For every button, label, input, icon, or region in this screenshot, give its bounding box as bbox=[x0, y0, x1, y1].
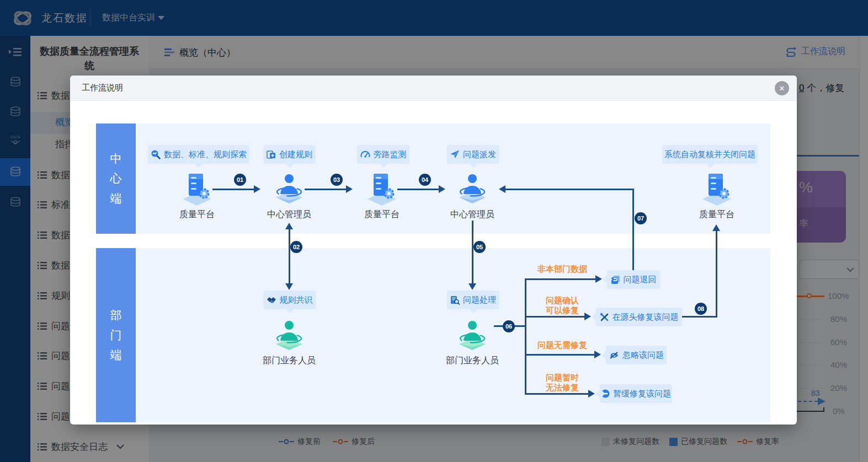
branch-condition: 问题暂时 无法修复 bbox=[529, 373, 595, 393]
handshake-icon bbox=[267, 296, 276, 304]
action-fix-at-source: 在源头修复该问题 bbox=[596, 308, 682, 326]
branch-condition: 非本部门数据 bbox=[529, 264, 595, 274]
close-icon[interactable]: ✕ bbox=[775, 81, 789, 95]
node-label: 质量平台 bbox=[169, 209, 225, 221]
callout-label: 问题处理 bbox=[463, 295, 496, 305]
callout-label: 问题派发 bbox=[463, 149, 496, 160]
callout-rule-consensus: 规则共识 bbox=[263, 291, 316, 309]
step-badge-04: 04 bbox=[419, 174, 431, 186]
action-label: 忽略该问题 bbox=[622, 350, 664, 361]
workflow-modal: 工作流说明 ✕ 中心端 部门端 数据、标准、规则探索 创建规则 旁路监测 问题派… bbox=[70, 76, 797, 425]
callout-label: 创建规则 bbox=[279, 149, 312, 160]
callout-bypass-monitor: 旁路监测 bbox=[357, 145, 409, 164]
branch-trunk bbox=[525, 278, 526, 395]
flow-line-08-vertical bbox=[716, 231, 717, 317]
server-icon bbox=[179, 171, 215, 206]
arrowhead bbox=[346, 185, 353, 193]
branch-condition: 问题无需修复 bbox=[529, 340, 595, 350]
branch-condition: 问题确认 可以修复 bbox=[529, 296, 595, 315]
arrowhead bbox=[594, 351, 601, 358]
person-icon-teal bbox=[271, 318, 307, 352]
flow-line-02 bbox=[289, 229, 290, 283]
arrowhead bbox=[468, 283, 476, 290]
flow-line-07-vertical bbox=[632, 189, 634, 270]
step-badge-03: 03 bbox=[331, 174, 343, 186]
doc-search-icon bbox=[450, 296, 460, 305]
node-label: 部门业务人员 bbox=[439, 355, 505, 367]
arrowhead bbox=[499, 185, 505, 193]
step-badge-05: 05 bbox=[473, 241, 486, 253]
modal-header: 工作流说明 ✕ bbox=[70, 76, 797, 101]
create-rule-icon bbox=[267, 150, 276, 159]
flow-line-07 bbox=[505, 189, 634, 190]
callout-issue-handling: 问题处理 bbox=[447, 291, 499, 309]
branch-line-fix bbox=[526, 316, 587, 318]
arrowhead bbox=[712, 224, 720, 231]
paper-plane-icon bbox=[450, 150, 460, 159]
flow-line-05 bbox=[472, 221, 473, 283]
step-badge-02: 02 bbox=[290, 241, 302, 253]
callout-label: 数据、标准、规则探索 bbox=[164, 149, 247, 160]
step-badge-07: 07 bbox=[635, 212, 647, 224]
arrowhead bbox=[285, 283, 293, 290]
arrowhead bbox=[254, 185, 260, 193]
gauge-icon bbox=[360, 150, 370, 159]
node-label: 中心管理员 bbox=[262, 209, 317, 221]
callout-issue-dispatch: 问题派发 bbox=[447, 145, 499, 164]
search-data-icon bbox=[151, 149, 161, 159]
person-icon-blue bbox=[271, 171, 307, 206]
action-label: 在源头修复该问题 bbox=[613, 312, 679, 323]
person-icon-blue bbox=[455, 171, 490, 206]
node-label: 质量平台 bbox=[354, 209, 409, 221]
flow-arrow-01 bbox=[212, 189, 254, 190]
server-icon bbox=[699, 171, 734, 206]
branch-line-ignore bbox=[526, 354, 597, 356]
screen: 龙石数据 数据中台实训 DATA 数据质量全流程管理系统 数据 概览 指 bbox=[0, 0, 868, 462]
action-label: 问题退回 bbox=[624, 275, 657, 285]
action-postpone-fix: 暂缓修复该问题 bbox=[600, 384, 672, 403]
callout-label: 规则共识 bbox=[280, 295, 313, 305]
callout-auto-review: 系统自动复核并关闭问题 bbox=[662, 145, 758, 164]
callout-explore: 数据、标准、规则探索 bbox=[148, 145, 249, 164]
node-label: 部门业务人员 bbox=[256, 355, 322, 367]
arrowhead bbox=[595, 275, 602, 283]
step-badge-08: 08 bbox=[695, 303, 707, 315]
branch-line-postpone bbox=[526, 393, 590, 395]
branch-line-return bbox=[526, 278, 598, 280]
server-icon bbox=[364, 171, 400, 206]
callout-label: 旁路监测 bbox=[374, 149, 407, 160]
node-label: 质量平台 bbox=[689, 209, 744, 221]
step-badge-06: 06 bbox=[503, 320, 515, 332]
action-label: 暂缓修复该问题 bbox=[613, 389, 671, 399]
arrowhead bbox=[439, 185, 445, 193]
flow-arrow-04 bbox=[397, 189, 439, 190]
step-badge-01: 01 bbox=[234, 174, 246, 186]
callout-create-rule: 创建规则 bbox=[263, 145, 316, 164]
modal-title: 工作流说明 bbox=[82, 83, 123, 93]
arrowhead bbox=[285, 223, 293, 229]
person-icon-teal bbox=[455, 318, 490, 352]
node-label: 中心管理员 bbox=[445, 209, 500, 221]
lane-label-center: 中心端 bbox=[96, 123, 136, 234]
flow-arrow-03 bbox=[305, 189, 346, 190]
action-ignore-issue: 忽略该问题 bbox=[606, 346, 667, 364]
flow-line-08 bbox=[682, 316, 717, 318]
action-return-issue: 问题退回 bbox=[607, 270, 660, 289]
lane-label-department: 部门端 bbox=[96, 248, 136, 422]
